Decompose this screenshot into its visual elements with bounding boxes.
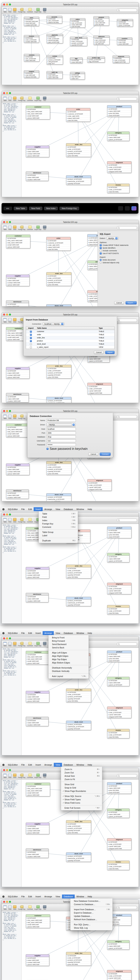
table-field[interactable]: location VARCHAR [6, 496, 28, 499]
table-field[interactable]: phone VARCHAR [26, 700, 49, 702]
column-header[interactable]: Type [99, 327, 114, 330]
menu-item[interactable]: Show Page Boundaries [61, 789, 102, 792]
table-field[interactable]: id INTEGER [66, 568, 91, 570]
table-header[interactable]: order_line [66, 689, 91, 691]
table-field[interactable]: code VARCHAR [24, 74, 39, 76]
table-field[interactable]: contact VARCHAR [26, 153, 49, 155]
radio-button[interactable] [100, 262, 102, 264]
touch-bar-button[interactable]: New Field [29, 207, 42, 210]
menu-item[interactable] [39, 537, 78, 539]
connect-button[interactable]: Connect [100, 453, 111, 456]
diagram-table[interactable]: shipment id INTEGER order_id INTEGER car… [107, 583, 131, 594]
table-field[interactable]: order_id INTEGER [107, 189, 129, 191]
table-field[interactable]: order_id INTEGER [47, 370, 71, 372]
table-field[interactable]: product_id INTEGER [66, 959, 91, 961]
table-row[interactable]: customer TABLE [26, 330, 114, 333]
toolbar-button[interactable]: Foreign Key [18, 226, 25, 230]
menu-item[interactable]: Run SQL Query… [71, 923, 112, 926]
table-field[interactable]: order_id INTEGER [107, 166, 131, 169]
text-field[interactable]: root [47, 439, 76, 442]
close-button[interactable] [3, 313, 5, 315]
table-field[interactable]: name VARCHAR [26, 177, 48, 178]
table-header[interactable]: product_tags [87, 57, 105, 59]
table-row[interactable]: stock_level TABLE [26, 342, 114, 345]
table-field[interactable]: id INTEGER [26, 694, 49, 696]
table-field[interactable]: price DECIMAL [107, 534, 131, 536]
table-header[interactable]: customer [26, 651, 50, 654]
radio-button[interactable] [100, 259, 102, 261]
table-field[interactable]: amount DECIMAL [47, 40, 63, 41]
table-field[interactable]: phone VARCHAR [6, 435, 30, 437]
diagram-table[interactable]: supplier id INTEGER name VARCHAR contact… [26, 567, 49, 579]
import-button[interactable]: Import [105, 351, 115, 354]
table-header[interactable]: product [107, 783, 131, 785]
table-field[interactable]: id INTEGER [26, 570, 49, 572]
toolbar-button[interactable]: Field [8, 415, 11, 419]
table-field[interactable]: name VARCHAR [107, 137, 129, 138]
checkbox[interactable] [100, 253, 102, 255]
diagram-table[interactable]: order_line id INTEGER order_id INTEGER p… [66, 952, 91, 966]
table-field[interactable]: parent_id INTEGER [88, 267, 98, 270]
menu-item[interactable]: Actual Size ⌘0 [61, 774, 102, 778]
table-header[interactable]: settings [70, 72, 85, 74]
diagram-table[interactable]: customer id INTEGER first_name VARCHAR l… [6, 423, 30, 437]
table-field[interactable]: parent_id INTEGER [107, 684, 129, 686]
table-field[interactable]: parent_id INTEGER [107, 816, 129, 818]
table-header[interactable]: invoice [107, 605, 129, 608]
close-button[interactable] [3, 637, 5, 640]
menu-bar-item[interactable]: Database [62, 507, 75, 511]
table-field[interactable]: first_name VARCHAR [6, 240, 30, 242]
menu-bar-item[interactable]: Window [75, 631, 86, 635]
diagram-table[interactable]: coupons id INTEGER code VARCHAR discount… [24, 70, 39, 78]
diagram-canvas[interactable]: customer id INTEGER first_name VARCHAR l… [2, 231, 98, 307]
table-field[interactable]: id INTEGER [6, 426, 30, 428]
diagram-table[interactable]: shipment id INTEGER order_id INTEGER car… [107, 161, 131, 173]
column-header[interactable]: Table Name [36, 327, 99, 330]
menu-item[interactable]: Zoom to Fit [61, 778, 102, 781]
table-field[interactable]: email VARCHAR [26, 660, 50, 662]
table-field[interactable]: name VARCHAR [117, 43, 132, 45]
window-titlebar[interactable]: TableSet ER.sqs [2, 3, 138, 7]
table-field[interactable]: id INTEGER [47, 57, 63, 59]
table-field[interactable]: phone VARCHAR [6, 284, 29, 286]
diagram-table[interactable]: warehouse id INTEGER name VARCHAR locati… [6, 301, 29, 307]
table-field[interactable]: product_id INTEGER [66, 724, 91, 725]
diagram-table[interactable]: category id INTEGER name VARCHAR parent_… [107, 132, 129, 141]
table-field[interactable]: id INTEGER [94, 38, 109, 40]
menu-item[interactable] [71, 906, 112, 908]
table-field[interactable]: quantity INTEGER [47, 282, 71, 283]
diagram-table[interactable]: invoice id INTEGER order_id INTEGER tota… [107, 729, 129, 738]
menu-item[interactable]: Enter Full Screen ⌃⌘F [61, 806, 102, 810]
menu-item[interactable] [61, 804, 102, 806]
table-field[interactable]: shipped DATETIME [107, 170, 131, 173]
table-field[interactable]: id INTEGER [107, 585, 131, 588]
cancel-button[interactable]: Cancel [114, 301, 124, 304]
minimize-button[interactable] [6, 769, 8, 771]
table-field[interactable]: product_id INTEGER [66, 572, 91, 574]
menu-item[interactable]: Align Right Edges [49, 654, 88, 657]
table-field[interactable]: last_name VARCHAR [26, 790, 50, 792]
toolbar-button[interactable]: Comment [27, 226, 33, 230]
table-field[interactable]: order_id INTEGER [107, 734, 129, 736]
menu-bar-item[interactable]: File [20, 631, 27, 635]
table-field[interactable]: id INTEGER [47, 275, 71, 277]
menu-item[interactable]: Table Group [39, 530, 78, 534]
table-field[interactable]: phone VARCHAR [26, 117, 50, 119]
table-field[interactable]: paid_at DATETIME [47, 41, 63, 43]
cancel-button[interactable]: Cancel [94, 351, 104, 354]
table-field[interactable]: id INTEGER [26, 917, 50, 919]
table-field[interactable]: username VARCHAR [24, 21, 39, 22]
table-header[interactable]: order_line [66, 143, 91, 146]
diagram-table[interactable]: supplier id INTEGER name VARCHAR contact… [6, 463, 30, 475]
table-field[interactable]: rating INTEGER [47, 61, 63, 62]
zoom-button[interactable] [9, 92, 11, 94]
table-field[interactable]: first_name VARCHAR [6, 428, 30, 431]
minimize-button[interactable] [6, 901, 8, 903]
table-field[interactable]: name VARCHAR [107, 655, 131, 657]
menu-bar-item[interactable]: Edit [27, 631, 34, 635]
table-field[interactable]: id INTEGER [88, 293, 98, 295]
menu-item[interactable]: Distribute Vertically [49, 669, 88, 673]
table-field[interactable]: id INTEGER [113, 57, 129, 59]
menu-item[interactable]: Comment ⇧⌘M [39, 525, 78, 528]
table-header[interactable]: countries [117, 38, 132, 40]
